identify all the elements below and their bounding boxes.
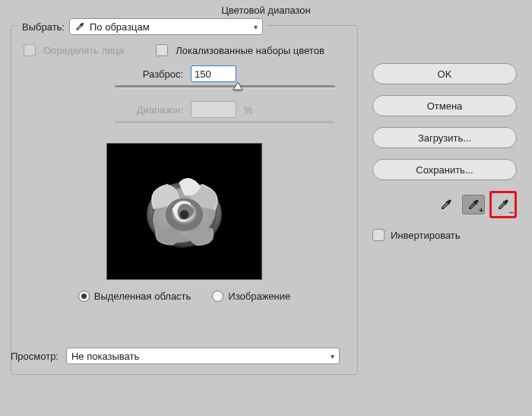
svg-point-5: [180, 210, 189, 219]
preview-dropdown[interactable]: Не показывать ▾: [66, 348, 340, 364]
localized-label: Локализованные наборы цветов: [176, 45, 325, 56]
load-button[interactable]: Загрузить...: [372, 127, 517, 148]
radio-selection-label: Выделенная область: [94, 291, 192, 302]
eyedropper-add-tool[interactable]: +: [462, 195, 485, 214]
plus-icon: +: [479, 206, 483, 214]
chevron-down-icon: ▾: [331, 352, 334, 360]
select-dropdown[interactable]: По образцам ▾: [69, 18, 263, 35]
select-label: Выбрать:: [22, 21, 65, 33]
range-slider: [115, 121, 335, 123]
range-input: [191, 101, 236, 118]
selection-preview: [106, 143, 262, 280]
fuzziness-input[interactable]: [191, 65, 236, 82]
fuzziness-slider[interactable]: [115, 85, 335, 87]
invert-label: Инвертировать: [391, 230, 461, 241]
radio-image-label: Изображение: [228, 291, 290, 302]
range-label: Диапазон:: [24, 104, 183, 116]
range-unit: %: [244, 104, 253, 116]
minus-icon: −: [509, 208, 514, 217]
cancel-button[interactable]: Отмена: [372, 95, 517, 116]
ok-button[interactable]: OK: [372, 63, 517, 84]
right-button-column: OK Отмена Загрузить... Сохранить... + −: [372, 63, 517, 241]
detect-faces-checkbox: [24, 44, 36, 56]
preview-mode-selection[interactable]: Выделенная область: [78, 291, 192, 302]
rose-preview-image: [129, 157, 239, 267]
slider-thumb-icon[interactable]: [233, 81, 243, 91]
eyedropper-subtract-tool[interactable]: −: [489, 191, 517, 218]
chevron-down-icon: ▾: [254, 23, 258, 31]
invert-checkbox[interactable]: [372, 229, 385, 241]
fuzziness-label: Разброс:: [24, 68, 183, 80]
select-group: Выбрать: По образцам ▾ Определять лица Л…: [11, 25, 358, 375]
select-value: По образцам: [90, 21, 150, 33]
svg-marker-0: [233, 82, 242, 90]
preview-dropdown-label: Просмотр:: [11, 351, 59, 362]
save-button[interactable]: Сохранить...: [372, 159, 517, 180]
detect-faces-label: Определять лица: [43, 45, 124, 56]
preview-mode-image[interactable]: Изображение: [212, 291, 290, 302]
localized-checkbox[interactable]: [156, 44, 168, 56]
preview-dropdown-value: Не показывать: [71, 351, 139, 362]
eyedropper-icon: [74, 21, 85, 32]
eyedropper-tool[interactable]: [435, 195, 458, 214]
color-range-dialog: Цветовой диапазон Выбрать: По образцам ▾…: [0, 0, 532, 416]
